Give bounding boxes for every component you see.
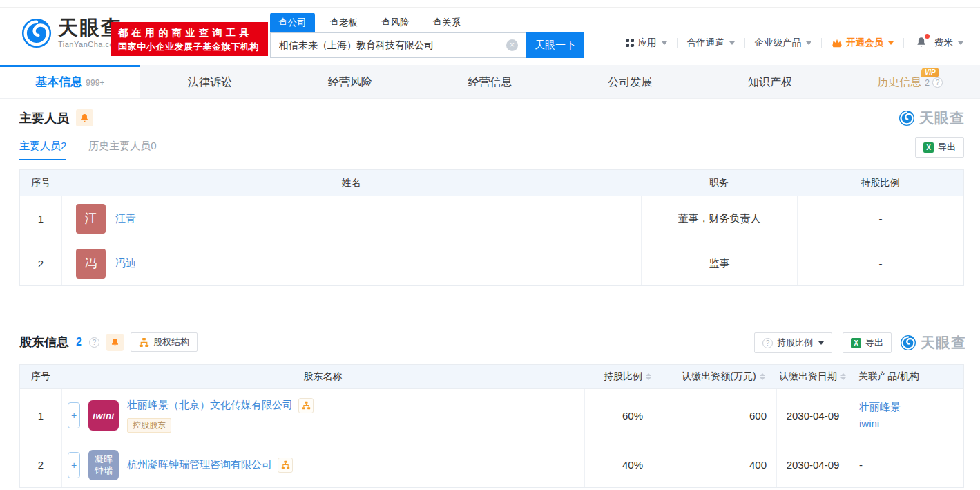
tab-ip-label: 知识产权 xyxy=(748,76,792,88)
ratio-cell: 40% xyxy=(584,442,671,487)
col-share-ratio: 持股比例 xyxy=(797,177,963,189)
search-button[interactable]: 天眼一下 xyxy=(526,32,584,58)
help-icon[interactable]: ? xyxy=(89,337,99,348)
tab-operating-risk[interactable]: 经营风险 xyxy=(280,65,420,98)
equity-structure-button[interactable]: 股权结构 xyxy=(131,332,198,352)
tab-history-count: 2 xyxy=(925,78,930,88)
subtab-history-label: 历史主要人员 xyxy=(88,140,151,151)
logo-swirl-icon xyxy=(21,17,52,49)
expand-row-button[interactable]: + xyxy=(68,452,80,478)
equity-chart-icon-button[interactable] xyxy=(298,398,314,413)
search-tab-risk[interactable]: 查风险 xyxy=(373,13,418,32)
personnel-title: 主要人员 xyxy=(19,110,69,126)
row-index: 1 xyxy=(20,196,61,241)
nav-item-apps[interactable]: 应用 xyxy=(625,37,667,49)
tab-history-info[interactable]: 历史信息2? VIP xyxy=(840,65,980,98)
watermark-text: 天眼查 xyxy=(919,109,965,128)
company-logo[interactable]: iwini xyxy=(88,400,119,431)
nav-enterprise-label: 企业级产品 xyxy=(755,37,802,49)
personnel-export-button[interactable]: 导出 xyxy=(915,137,964,158)
notification-dot xyxy=(925,34,930,39)
related-products-cell: - xyxy=(849,442,963,487)
tab-basic-info[interactable]: 基本信息999+ xyxy=(0,65,140,98)
search-tab-boss[interactable]: 查老板 xyxy=(322,13,367,32)
shareholder-name-link[interactable]: 杭州凝晖钟瑞管理咨询有限公司 xyxy=(127,458,272,471)
subtab-history-personnel[interactable]: 历史主要人员0 xyxy=(88,140,156,160)
nav-item-vip-membership[interactable]: 开通会员 xyxy=(832,37,894,49)
shareholder-cell: + 凝晖 钟瑞 杭州凝晖钟瑞管理咨询有限公司 xyxy=(61,442,584,487)
expand-row-button[interactable]: + xyxy=(68,402,80,428)
share-ratio-cell: - xyxy=(797,241,963,285)
controlling-shareholder-badge: 控股股东 xyxy=(127,418,171,433)
subtab-current-personnel[interactable]: 主要人员2 xyxy=(19,140,66,160)
search-input[interactable] xyxy=(270,32,526,58)
nav-item-cooperation[interactable]: 合作通道 xyxy=(687,37,735,49)
grid-icon xyxy=(625,38,635,48)
shareholders-title: 股东信息 xyxy=(19,334,69,350)
row-index: 1 xyxy=(20,389,61,442)
chevron-down-icon xyxy=(888,41,894,45)
personnel-monitor-bell-button[interactable] xyxy=(76,109,93,126)
nav-divider xyxy=(821,38,822,48)
banner-line-2: 国家中小企业发展子基金旗下机构 xyxy=(118,40,261,54)
avatar[interactable]: 冯 xyxy=(76,249,106,279)
tab-company-development[interactable]: 公司发展 xyxy=(560,65,700,98)
related-product-link[interactable]: iwini xyxy=(859,415,879,432)
notification-bell-button[interactable] xyxy=(915,36,928,50)
share-ratio-cell: - xyxy=(797,196,963,241)
shareholders-table-header: 序号 股东名称 持股比例 认缴出资额(万元) 认缴出资日期 关联产品/机构 xyxy=(20,365,963,388)
col-date-sortable[interactable]: 认缴出资日期 xyxy=(776,370,849,383)
ratio-cell: 60% xyxy=(584,389,671,442)
person-cell: 汪 汪青 xyxy=(61,196,641,241)
shareholders-section-title: 股东信息 2 ? 股权结构 xyxy=(19,332,198,352)
tab-operating-label: 经营信息 xyxy=(468,76,512,88)
tab-operating-info[interactable]: 经营信息 xyxy=(420,65,560,98)
search-tab-company[interactable]: 查公司 xyxy=(270,13,315,32)
shareholders-export-button[interactable]: 导出 xyxy=(843,332,892,353)
search-tab-relation[interactable]: 查关系 xyxy=(425,13,470,32)
sort-icon xyxy=(840,373,846,380)
position-cell: 董事，财务负责人 xyxy=(641,196,797,241)
personnel-table-header: 序号 姓名 职务 持股比例 xyxy=(20,170,963,196)
col-index: 序号 xyxy=(20,177,61,189)
col-amount-sortable[interactable]: 认缴出资额(万元) xyxy=(671,370,776,383)
tianyancha-logo[interactable]: 天眼查 TianYanCha.com xyxy=(21,17,122,49)
nav-item-enterprise[interactable]: 企业级产品 xyxy=(755,37,812,49)
tab-legal-litigation[interactable]: 法律诉讼 xyxy=(140,65,280,98)
tab-intellectual-property[interactable]: 知识产权 xyxy=(700,65,840,98)
nav-item-user[interactable]: 费米 xyxy=(934,37,963,49)
tab-risk-label: 经营风险 xyxy=(328,76,372,88)
col-amount-label: 认缴出资额(万元) xyxy=(682,370,756,381)
top-header: 天眼查 TianYanCha.com 都在用的商业查询工具 国家中小企业发展子基… xyxy=(0,7,980,65)
nav-cooperation-label: 合作通道 xyxy=(687,37,724,49)
col-index: 序号 xyxy=(20,370,61,383)
subtab-history-count: 0 xyxy=(151,140,156,151)
related-products-cell: 壮丽峰景 iwini xyxy=(849,389,963,442)
person-name-link[interactable]: 汪青 xyxy=(115,212,136,225)
tianyancha-watermark: 天眼查 xyxy=(899,109,965,128)
row-index: 2 xyxy=(20,442,61,487)
table-row: 2 + 凝晖 钟瑞 杭州凝晖钟瑞管理咨询有限公司 xyxy=(20,442,963,487)
col-ratio-sortable[interactable]: 持股比例 xyxy=(584,370,671,383)
date-cell: 2030-04-09 xyxy=(776,442,849,487)
date-cell: 2030-04-09 xyxy=(776,389,849,442)
help-icon[interactable]: ? xyxy=(932,77,943,88)
person-name-link[interactable]: 冯迪 xyxy=(115,257,136,270)
clear-icon[interactable]: × xyxy=(506,39,518,51)
watermark-swirl-icon xyxy=(900,334,916,351)
equity-chart-icon-button[interactable] xyxy=(278,458,293,473)
org-chart-icon xyxy=(302,401,311,410)
chevron-down-icon xyxy=(818,341,824,345)
related-product-link[interactable]: 壮丽峰景 xyxy=(859,399,901,415)
personnel-subtabs: 主要人员2 历史主要人员0 xyxy=(19,140,157,160)
personnel-section-title: 主要人员 xyxy=(19,109,93,126)
position-cell: 监事 xyxy=(641,241,797,285)
ratio-filter-dropdown[interactable]: ? 持股比例 xyxy=(754,332,832,353)
shareholders-monitor-bell-button[interactable] xyxy=(106,334,124,351)
shareholder-name-link[interactable]: 壮丽峰景（北京）文化传媒有限公司 xyxy=(127,399,293,412)
col-position: 职务 xyxy=(641,177,797,189)
company-logo[interactable]: 凝晖 钟瑞 xyxy=(88,450,119,480)
avatar[interactable]: 汪 xyxy=(76,204,106,234)
row-index: 2 xyxy=(20,241,61,285)
tab-development-label: 公司发展 xyxy=(608,76,652,88)
